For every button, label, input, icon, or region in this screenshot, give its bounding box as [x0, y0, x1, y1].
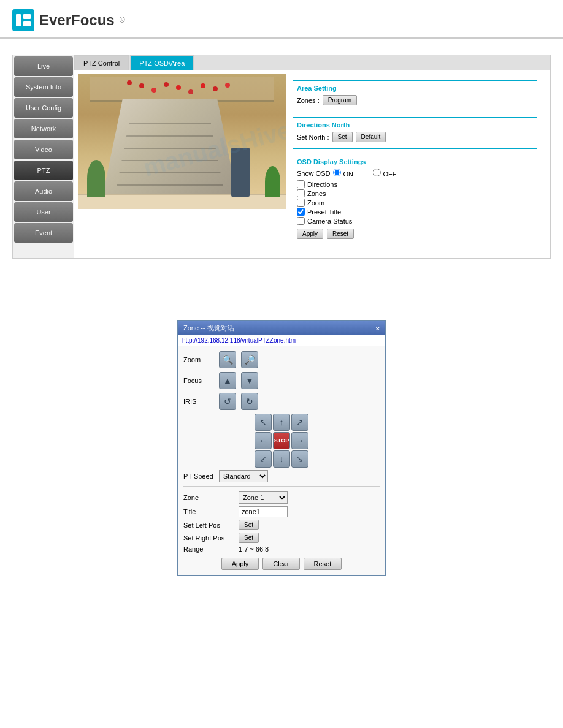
zones-label: Zones :	[297, 97, 320, 104]
dir-row-bottom: ↙ ↓ ↘	[183, 450, 380, 468]
tab-ptz-osd-area[interactable]: PTZ OSD/Area	[130, 55, 194, 70]
on-radio-label: ON	[333, 169, 370, 178]
dir-down-left-button[interactable]: ↙	[255, 450, 272, 468]
osd-action-row: Apply Reset	[297, 229, 533, 239]
pt-speed-select[interactable]: Slow Standard Fast	[219, 470, 268, 482]
camera-status-checkbox-row: Camera Status	[297, 217, 533, 225]
zone-select[interactable]: Zone 1 Zone 2 Zone 3 Zone 4	[239, 491, 288, 504]
brand-registered: ®	[120, 16, 125, 25]
zone-dialog-body: Zoom 🔍 🔎 Focus ▲ ▼ IRIS ↺ ↻ ↖ ↑	[178, 346, 385, 575]
svg-rect-1	[23, 14, 31, 19]
brand-name: EverFocus	[39, 12, 115, 29]
zone-form: Zone Zone 1 Zone 2 Zone 3 Zone 4 Title S…	[183, 486, 380, 553]
set-north-button[interactable]: Set	[332, 132, 353, 142]
zone-reset-button[interactable]: Reset	[304, 558, 342, 570]
zoom-in-button[interactable]: 🔍	[219, 351, 236, 368]
iris-label: IRIS	[183, 398, 214, 405]
zone-title-input[interactable]	[239, 506, 288, 517]
focus-near-button[interactable]: ▲	[219, 372, 236, 389]
logo-icon	[12, 9, 34, 31]
pt-speed-row: PT Speed Slow Standard Fast	[183, 470, 380, 482]
range-row: Range 1.7 ~ 66.8	[183, 545, 380, 553]
zone-dialog: Zone -- 视觉对话 × http://192.168.12.118/vir…	[177, 320, 386, 576]
sidebar-item-video[interactable]: Video	[14, 140, 73, 159]
dir-right-button[interactable]: →	[291, 432, 308, 449]
spacer1	[12, 259, 551, 308]
default-north-button[interactable]: Default	[356, 132, 386, 142]
directions-north-group: Directions North Set North : Set Default	[293, 117, 537, 149]
camera-image: manualsHive.com	[78, 74, 286, 254]
set-left-pos-label: Set Left Pos	[183, 521, 239, 529]
dir-up-left-button[interactable]: ↖	[255, 414, 272, 431]
dir-down-right-button[interactable]: ↘	[291, 450, 308, 468]
sidebar: Live System Info User Config Network Vid…	[13, 55, 74, 258]
zone-select-label: Zone	[183, 494, 239, 501]
sidebar-item-event[interactable]: Event	[14, 223, 73, 243]
preset-title-checkbox[interactable]	[297, 208, 305, 216]
zones-row: Zones : Program	[297, 95, 533, 105]
set-left-pos-button[interactable]: Set	[239, 520, 259, 530]
zone-dialog-title-text: Zone -- 视觉对话	[183, 324, 234, 333]
focus-control-row: Focus ▲ ▼	[183, 372, 380, 389]
range-value: 1.7 ~ 66.8	[239, 545, 269, 553]
stop-button[interactable]: STOP	[273, 432, 290, 449]
program-button[interactable]: Program	[323, 95, 357, 105]
sidebar-item-system-info[interactable]: System Info	[14, 77, 73, 97]
osd-display-group: OSD Display Settings Show OSD ON OFF	[293, 154, 537, 243]
zones-checkbox-row: Zones	[297, 189, 533, 197]
set-right-pos-button[interactable]: Set	[239, 533, 259, 543]
off-radio-label: OFF	[373, 169, 410, 178]
header: EverFocus®	[0, 0, 563, 39]
dir-down-button[interactable]: ↓	[273, 450, 290, 468]
reset-osd-button[interactable]: Reset	[327, 229, 354, 239]
preset-title-checkbox-row: Preset Title	[297, 208, 533, 216]
sidebar-item-audio[interactable]: Audio	[14, 181, 73, 201]
zones-checkbox-label: Zones	[307, 190, 326, 197]
dir-row-top: ↖ ↑ ↗	[183, 414, 380, 431]
zoom-checkbox[interactable]	[297, 199, 305, 207]
area-setting-title: Area Setting	[297, 85, 533, 92]
set-north-row: Set North : Set Default	[297, 132, 533, 142]
preset-title-checkbox-label: Preset Title	[307, 208, 341, 216]
dir-row-middle: ← STOP →	[183, 432, 380, 449]
zone-apply-button[interactable]: Apply	[221, 558, 259, 570]
set-right-pos-label: Set Right Pos	[183, 534, 239, 542]
zone-title-row: Title	[183, 506, 380, 517]
camera-scene: manualsHive.com	[78, 74, 286, 209]
focus-label: Focus	[183, 377, 214, 384]
dir-left-button[interactable]: ←	[255, 432, 272, 449]
sidebar-item-network[interactable]: Network	[14, 119, 73, 138]
dir-up-button[interactable]: ↑	[273, 414, 290, 431]
iris-open-button[interactable]: ↺	[219, 393, 236, 410]
apply-osd-button[interactable]: Apply	[297, 229, 323, 239]
show-osd-row: Show OSD ON OFF	[297, 169, 533, 178]
tab-ptz-control[interactable]: PTZ Control	[74, 55, 129, 70]
zones-checkbox[interactable]	[297, 189, 305, 197]
on-radio[interactable]	[333, 169, 341, 176]
set-left-pos-row: Set Left Pos Set	[183, 520, 380, 530]
zone-clear-button[interactable]: Clear	[262, 558, 299, 570]
right-panel: PTZ Control PTZ OSD/Area	[74, 55, 550, 258]
focus-far-button[interactable]: ▼	[241, 372, 258, 389]
logo: EverFocus®	[12, 9, 551, 31]
zone-title-label: Title	[183, 508, 239, 515]
directions-checkbox[interactable]	[297, 180, 305, 188]
camera-status-checkbox[interactable]	[297, 217, 305, 225]
iris-close-button[interactable]: ↻	[241, 393, 258, 410]
zoom-checkbox-row: Zoom	[297, 199, 533, 207]
sidebar-item-live[interactable]: Live	[14, 56, 73, 76]
zone-dialog-url: http://192.168.12.118/virtualPTZZone.htm	[178, 335, 385, 346]
sidebar-item-user-config[interactable]: User Config	[14, 98, 73, 118]
sidebar-item-user[interactable]: User	[14, 202, 73, 222]
off-radio[interactable]	[373, 169, 381, 176]
zone-select-row: Zone Zone 1 Zone 2 Zone 3 Zone 4	[183, 491, 380, 504]
directions-checkbox-label: Directions	[307, 181, 337, 188]
zoom-label: Zoom	[183, 356, 214, 363]
dir-up-right-button[interactable]: ↗	[291, 414, 308, 431]
camera-status-checkbox-label: Camera Status	[307, 218, 352, 225]
zone-dialog-close-button[interactable]: ×	[376, 325, 380, 332]
settings-panel: Area Setting Zones : Program Directions …	[286, 74, 543, 254]
zoom-out-button[interactable]: 🔎	[241, 351, 258, 368]
ptz-panel: Live System Info User Config Network Vid…	[12, 55, 551, 259]
sidebar-item-ptz[interactable]: PTZ	[14, 161, 73, 180]
